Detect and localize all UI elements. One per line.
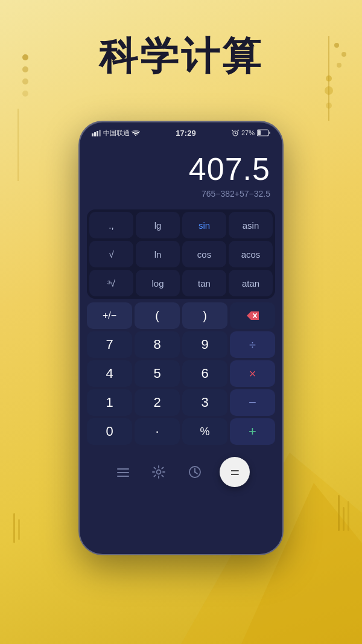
history-icon xyxy=(188,465,202,479)
key-comma-dot[interactable]: ., xyxy=(89,212,133,238)
phone-frame: 中国联通 17:29 27% xyxy=(78,121,284,555)
battery-percent: 27% xyxy=(241,129,255,136)
main-row-4: 1 2 3 − xyxy=(87,389,275,416)
battery-icon xyxy=(257,129,270,136)
key-lg[interactable]: lg xyxy=(136,212,180,238)
key-1[interactable]: 1 xyxy=(87,389,132,416)
svg-line-37 xyxy=(195,472,197,474)
main-row-1: +/− ( ) xyxy=(87,302,275,329)
nav-equals-button[interactable]: = xyxy=(220,457,250,487)
key-atan[interactable]: atan xyxy=(229,270,273,296)
key-8[interactable]: 8 xyxy=(135,331,180,358)
key-7[interactable]: 7 xyxy=(87,331,132,358)
key-cos[interactable]: cos xyxy=(182,241,226,267)
key-log[interactable]: log xyxy=(136,270,180,296)
result-display: 407.5 xyxy=(92,152,270,187)
key-backspace[interactable] xyxy=(230,302,275,329)
key-4[interactable]: 4 xyxy=(87,360,132,387)
key-minus[interactable]: − xyxy=(230,389,275,416)
key-9[interactable]: 9 xyxy=(182,331,227,358)
status-left: 中国联通 xyxy=(92,129,140,138)
key-tan[interactable]: tan xyxy=(182,270,226,296)
main-row-5: 0 · % + xyxy=(87,418,275,445)
status-bar: 中国联通 17:29 27% xyxy=(80,122,282,140)
menu-icon xyxy=(116,467,130,477)
key-asin[interactable]: asin xyxy=(229,212,273,238)
svg-point-3 xyxy=(22,91,28,97)
key-2[interactable]: 2 xyxy=(135,389,180,416)
main-rows: +/− ( ) 7 8 9 ÷ xyxy=(87,302,275,445)
key-3[interactable]: 3 xyxy=(182,389,227,416)
key-percent[interactable]: % xyxy=(182,418,227,445)
svg-rect-18 xyxy=(18,519,20,540)
wifi-icon xyxy=(132,130,140,136)
key-sqrt[interactable]: √ xyxy=(89,241,133,267)
key-plus[interactable]: + xyxy=(230,418,275,445)
nav-menu-button[interactable] xyxy=(112,461,134,483)
nav-history-button[interactable] xyxy=(184,461,206,483)
page-title: 科学计算 xyxy=(0,30,362,83)
svg-rect-21 xyxy=(97,131,98,136)
key-0[interactable]: 0 xyxy=(87,418,132,445)
svg-rect-22 xyxy=(99,130,101,136)
sci-row-1: ., lg sin asin xyxy=(89,212,273,238)
expression-display: 765−382+57−32.5 xyxy=(92,189,270,199)
svg-point-9 xyxy=(325,86,333,95)
display-area: 407.5 765−382+57−32.5 xyxy=(80,140,282,207)
key-sin[interactable]: sin xyxy=(182,212,226,238)
key-ln[interactable]: ln xyxy=(136,241,180,267)
bottom-nav: = xyxy=(87,450,275,497)
alarm-icon xyxy=(232,129,239,136)
settings-icon xyxy=(152,465,165,479)
key-multiply[interactable]: × xyxy=(230,360,275,387)
key-cube-root[interactable]: ³√ xyxy=(89,270,133,296)
svg-point-34 xyxy=(157,470,161,474)
key-right-paren[interactable]: ) xyxy=(182,302,227,329)
main-row-2: 7 8 9 ÷ xyxy=(87,331,275,358)
svg-rect-19 xyxy=(92,133,94,136)
sci-row-2: √ ln cos acos xyxy=(89,241,273,267)
key-5[interactable]: 5 xyxy=(135,360,180,387)
key-decimal[interactable]: · xyxy=(135,418,180,445)
key-left-paren[interactable]: ( xyxy=(135,302,180,329)
svg-rect-20 xyxy=(94,132,96,136)
status-right: 27% xyxy=(232,129,270,136)
key-divide[interactable]: ÷ xyxy=(230,331,275,358)
backspace-icon xyxy=(246,310,260,321)
svg-rect-16 xyxy=(348,501,349,531)
key-6[interactable]: 6 xyxy=(182,360,227,387)
key-plus-minus[interactable]: +/− xyxy=(87,302,132,329)
key-acos[interactable]: acos xyxy=(229,241,273,267)
svg-rect-17 xyxy=(13,513,15,543)
scientific-rows: ., lg sin asin √ ln cos acos ³√ log tan … xyxy=(87,209,275,299)
nav-settings-button[interactable] xyxy=(148,461,170,483)
svg-rect-15 xyxy=(343,507,345,531)
svg-rect-14 xyxy=(338,495,340,531)
svg-rect-27 xyxy=(258,130,261,135)
svg-rect-28 xyxy=(269,132,270,134)
status-time: 17:29 xyxy=(176,129,195,138)
keypad: ., lg sin asin √ ln cos acos ³√ log tan … xyxy=(80,207,282,497)
svg-point-10 xyxy=(326,103,332,109)
main-row-3: 4 5 6 × xyxy=(87,360,275,387)
carrier-name: 中国联通 xyxy=(103,129,130,138)
sci-row-3: ³√ log tan atan xyxy=(89,270,273,296)
signal-icon xyxy=(92,130,101,136)
